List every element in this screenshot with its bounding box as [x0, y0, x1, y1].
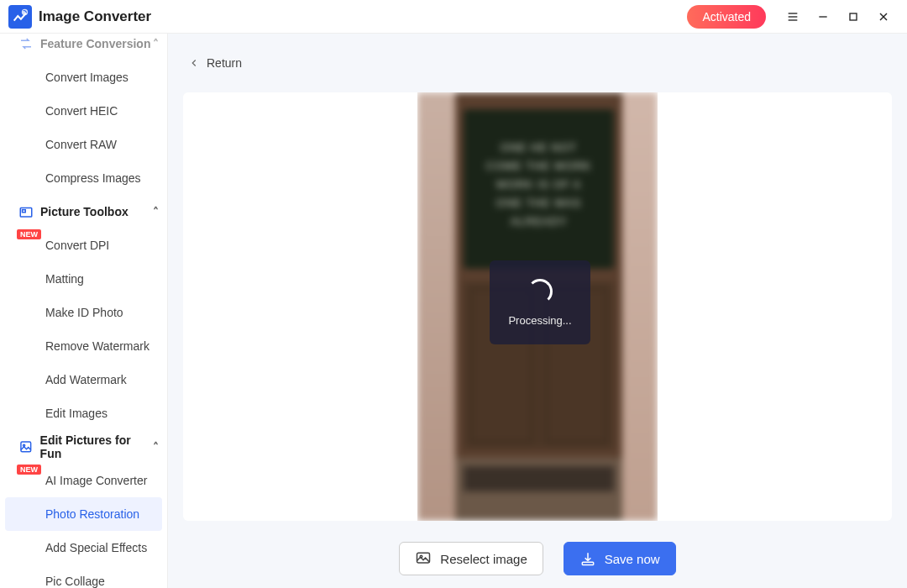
sidebar-item-remove-watermark[interactable]: Remove Watermark — [5, 329, 162, 363]
chevron-up-icon: ˄ — [153, 205, 159, 218]
chevron-left-icon — [188, 57, 200, 69]
sidebar-item-convert-raw[interactable]: Convert RAW — [5, 128, 162, 161]
sidebar-item-add-watermark[interactable]: Add Watermark — [5, 363, 162, 396]
sidebar-item-edit-images[interactable]: Edit Images — [5, 396, 162, 430]
toolbox-icon — [18, 204, 34, 219]
sidebar-item-photo-restoration[interactable]: Photo Restoration — [5, 497, 162, 531]
app-title: Image Converter — [39, 8, 151, 25]
new-badge: NEW — [17, 465, 41, 475]
sidebar-item-pic-collage[interactable]: Pic Collage — [5, 564, 162, 588]
save-label: Save now — [605, 552, 660, 566]
fun-icon — [18, 439, 34, 454]
sidebar-item-add-special-effects[interactable]: Add Special Effects — [5, 531, 162, 564]
section-label: Feature Conversion — [40, 37, 150, 50]
activated-button[interactable]: Activated — [687, 5, 766, 29]
svg-rect-10 — [21, 442, 31, 452]
image-canvas: ONE HE NOTCOME THE WORKWORK IS OF AONE T… — [183, 92, 892, 521]
sidebar-section-feature-conversion[interactable]: Feature Conversion ˄ — [0, 34, 167, 60]
sidebar-section-edit-pictures-fun[interactable]: Edit Pictures for Fun ˄ — [0, 430, 167, 464]
conversion-icon — [18, 36, 34, 51]
spinner-icon — [527, 279, 553, 304]
sidebar-item-make-id-photo[interactable]: Make ID Photo — [5, 296, 162, 329]
reselect-label: Reselect image — [440, 552, 527, 566]
chevron-up-icon: ˄ — [153, 440, 159, 454]
chevron-up-icon: ˄ — [153, 37, 159, 50]
processing-overlay: Processing... — [490, 260, 590, 344]
sidebar-item-convert-heic[interactable]: Convert HEIC — [5, 94, 162, 128]
sidebar-item-compress-images[interactable]: Compress Images — [5, 161, 162, 195]
save-now-button[interactable]: Save now — [564, 542, 676, 575]
return-label: Return — [207, 56, 242, 70]
processing-label: Processing... — [508, 314, 571, 327]
sidebar: Feature Conversion ˄ Convert Images Conv… — [0, 34, 168, 588]
footer-actions: Reselect image Save now — [168, 529, 907, 588]
return-button[interactable]: Return — [188, 56, 242, 70]
reselect-image-button[interactable]: Reselect image — [399, 542, 543, 575]
title-bar: Image Converter Activated — [0, 0, 907, 34]
sidebar-item-convert-images[interactable]: Convert Images — [5, 60, 162, 94]
minimize-icon[interactable] — [808, 2, 838, 32]
svg-point-0 — [22, 8, 28, 14]
image-icon — [415, 550, 432, 567]
svg-rect-9 — [23, 210, 26, 213]
app-logo — [8, 5, 32, 29]
close-icon[interactable] — [868, 2, 899, 32]
image-preview: ONE HE NOTCOME THE WORKWORK IS OF AONE T… — [417, 92, 658, 521]
section-label: Picture Toolbox — [40, 205, 128, 218]
maximize-icon[interactable] — [838, 2, 868, 32]
new-badge: NEW — [17, 229, 41, 239]
menu-icon[interactable] — [778, 2, 808, 32]
sidebar-section-picture-toolbox[interactable]: Picture Toolbox ˄ — [0, 195, 167, 228]
main-panel: Return ONE HE NOTCOME THE WORKWORK IS OF… — [168, 34, 907, 588]
section-label: Edit Pictures for Fun — [40, 433, 153, 460]
download-icon — [579, 550, 596, 567]
svg-rect-12 — [417, 553, 430, 563]
svg-rect-14 — [582, 562, 593, 564]
svg-rect-5 — [850, 13, 857, 20]
topbar: Return — [168, 34, 907, 92]
sidebar-item-matting[interactable]: Matting — [5, 262, 162, 296]
